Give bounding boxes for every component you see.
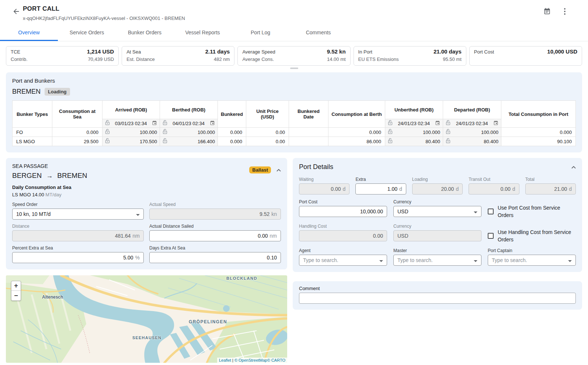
departed-rob-cell[interactable]: 80.400 [443, 137, 501, 146]
zoom-out-button[interactable]: − [11, 291, 21, 300]
actual-distance-sailed-field[interactable]: 0.00nm [149, 230, 281, 241]
berthed-date-value[interactable]: 04/01/23 02:34 [169, 121, 208, 126]
lock-icon[interactable] [163, 129, 167, 135]
lock-icon[interactable] [446, 129, 450, 135]
field-unit: d [456, 186, 459, 192]
lock-icon[interactable] [163, 138, 167, 145]
lock-icon[interactable] [446, 120, 450, 127]
arrived-rob-cell[interactable]: 170.500 [102, 137, 160, 146]
unberthed-date-value[interactable]: 24/01/23 02:34 [394, 121, 433, 126]
tab-overview[interactable]: Overview [0, 25, 58, 41]
calendar-icon[interactable] [493, 120, 498, 127]
bunkered-date-cell[interactable] [289, 128, 328, 137]
bunker-type-cell: LS MGO [13, 137, 52, 146]
calendar-icon[interactable] [435, 120, 440, 127]
field-value: 5.00 [123, 255, 133, 261]
tab-vessel-reports[interactable]: Vessel Reports [174, 25, 232, 41]
bunkered-date-cell[interactable] [289, 137, 328, 146]
berthed-rob-cell[interactable]: 166.400 [160, 137, 218, 146]
unit-price-cell[interactable]: 0.00 [246, 137, 289, 146]
kpi-value: 9.52 kn [327, 48, 346, 55]
route-map[interactable]: BLOCKLAND Altenesch GRÖPELINGEN SEEHAUSE… [6, 275, 287, 363]
percent-extra-field[interactable]: 5.00% [12, 252, 144, 263]
kpi-label: In Port [358, 48, 372, 56]
lock-icon[interactable] [388, 138, 393, 145]
section-title: SEA PASSAGE [12, 163, 87, 169]
field-unit: d [512, 186, 515, 192]
master-search-select[interactable]: Type to search. [393, 255, 481, 266]
arrived-date-field[interactable]: 03/01/23 02:34 [102, 119, 160, 128]
arrived-rob-cell[interactable]: 100.000 [102, 128, 160, 137]
collapse-chevron-icon[interactable] [276, 169, 281, 172]
arrived-date-value[interactable]: 03/01/23 02:34 [112, 121, 150, 126]
waiting-days-field: 0.00d [299, 183, 349, 194]
back-arrow-icon[interactable] [12, 7, 21, 16]
unberthed-rob-cell[interactable]: 80.400 [385, 137, 443, 146]
panel-resize-handle[interactable] [290, 68, 298, 69]
lock-icon[interactable] [105, 120, 110, 127]
berthed-rob-cell[interactable]: 100.000 [160, 128, 218, 137]
bunkered-cell[interactable]: 0.000 [218, 128, 246, 137]
lock-icon[interactable] [388, 120, 393, 127]
col-header: Consumption at Berth [328, 101, 385, 128]
days-extra-field[interactable]: 0.10 [149, 252, 281, 263]
departed-date-value[interactable]: 24/01/23 02:34 [452, 121, 491, 126]
checkbox-label: Use Port Cost from Service Orders [498, 204, 576, 219]
kpi-value: 10,000 USD [547, 48, 577, 55]
unberthed-date-field[interactable]: 24/01/23 02:34 [385, 119, 443, 128]
calendar-icon[interactable] [543, 7, 551, 16]
tab-port-log[interactable]: Port Log [232, 25, 289, 41]
kebab-menu-icon[interactable] [561, 7, 569, 16]
sea-passage-section: SEA PASSAGE BERGEN → BREMEN Ballast Dail… [6, 158, 287, 269]
zoom-in-button[interactable]: + [11, 281, 21, 291]
lock-icon[interactable] [388, 129, 393, 135]
calendar-icon[interactable] [152, 120, 157, 127]
departed-date-field[interactable]: 24/01/23 02:34 [443, 119, 501, 128]
consumption-at-berth-cell[interactable]: 0.000 [328, 128, 385, 137]
col-header: Berthed (ROB) [160, 101, 218, 119]
berthed-date-field[interactable]: 04/01/23 02:34 [160, 119, 218, 128]
agent-search-select[interactable]: Type to search. [299, 255, 387, 266]
tab-comments[interactable]: Comments [289, 25, 347, 41]
lock-icon[interactable] [105, 138, 110, 145]
unit-price-cell[interactable]: 0.00 [246, 128, 289, 137]
dropdown-arrow-icon [474, 209, 477, 214]
checkbox-icon[interactable] [488, 233, 494, 239]
consumption-at-sea-cell[interactable]: 0.000 [52, 128, 102, 137]
distance-field: 481.64nm [12, 230, 144, 241]
leaflet-link[interactable]: Leaflet [219, 358, 231, 362]
consumption-at-berth-cell[interactable]: 86.000 [328, 137, 385, 146]
kpi-subvalue: 95.50 mt [443, 56, 462, 63]
field-label: Percent Extra at Sea [12, 245, 144, 251]
speed-order-select[interactable]: 10 kn, 10 MT/d [12, 209, 144, 220]
field-value: 0.00 [258, 233, 268, 239]
port-name: BREMEN [12, 88, 41, 96]
checkbox-icon[interactable] [488, 209, 494, 214]
lock-icon[interactable] [446, 138, 450, 145]
use-handling-cost-checkbox-field[interactable]: Use Handling Cost from Service Orders [488, 224, 576, 243]
collapse-chevron-icon[interactable] [571, 166, 576, 169]
unberthed-rob-cell[interactable]: 100.000 [385, 128, 443, 137]
osm-link[interactable]: © OpenStreetMap [234, 358, 267, 362]
port-captain-search-select[interactable]: Type to search. [488, 255, 576, 266]
section-title: Port and Bunkers [12, 78, 576, 84]
departed-rob-cell[interactable]: 100.000 [443, 128, 501, 137]
tab-service-orders[interactable]: Service Orders [58, 25, 116, 41]
lock-icon[interactable] [163, 120, 167, 127]
extra-days-field[interactable]: 1.00d [355, 183, 406, 194]
port-cost-field[interactable]: 10,000.00 [299, 206, 387, 217]
calendar-icon[interactable] [210, 120, 215, 127]
bunkered-cell[interactable]: 0.000 [218, 137, 246, 146]
field-unit: d [399, 186, 402, 192]
map-label-seehausen: SEEHAUSEN [132, 335, 161, 340]
comment-input[interactable] [299, 293, 576, 304]
port-cost-currency-select[interactable]: USD [393, 206, 481, 217]
field-label: Currency [393, 199, 481, 204]
use-port-cost-checkbox-field[interactable]: Use Port Cost from Service Orders [488, 199, 576, 219]
field-label: Agent [299, 248, 387, 253]
tab-bunker-orders[interactable]: Bunker Orders [116, 25, 174, 41]
consumption-at-sea-cell[interactable]: 29.500 [52, 137, 102, 146]
kpi-value: 21.00 days [434, 48, 462, 55]
lock-icon[interactable] [105, 129, 110, 135]
carto-link[interactable]: © CARTO [267, 358, 285, 362]
